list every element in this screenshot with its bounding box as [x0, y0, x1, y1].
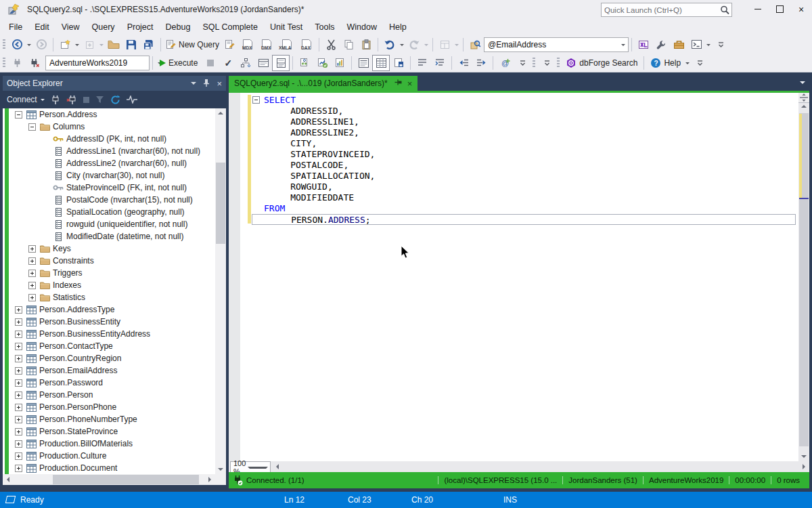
- expand-icon[interactable]: [28, 257, 36, 265]
- menu-item-help[interactable]: Help: [383, 19, 413, 35]
- code-line-8[interactable]: SPATIALLOCATION,: [252, 171, 796, 182]
- toolbar-overflow-a[interactable]: [514, 55, 531, 71]
- tree-item-postalcode[interactable]: PostalCode (nvarchar(15), not null): [14, 194, 215, 206]
- cut-button[interactable]: [322, 37, 340, 53]
- maximize-button[interactable]: [769, 0, 790, 18]
- add-item-button[interactable]: [81, 37, 98, 53]
- tree-item-person-personphone[interactable]: Person.PersonPhone: [14, 401, 215, 413]
- tree-item-person-emailaddress[interactable]: Person.EmailAddress: [14, 364, 215, 377]
- tree-item-production-document[interactable]: Production.Document: [14, 462, 215, 474]
- indicator-margin[interactable]: [229, 93, 240, 461]
- tree-item-person-password[interactable]: Person.Password: [14, 377, 215, 389]
- fold-collapse-icon[interactable]: [252, 96, 260, 104]
- dbforge-search-button[interactable]: dbForge Search: [562, 55, 641, 71]
- tree-item-city[interactable]: City (nvarchar(30), not null): [14, 169, 215, 182]
- query-designer-button[interactable]: [436, 37, 453, 53]
- execute-button[interactable]: Execute: [156, 55, 202, 71]
- object-explorer-tree[interactable]: Person.AddressColumnsAddressID (PK, int,…: [3, 108, 226, 474]
- menu-item-window[interactable]: Window: [341, 19, 383, 35]
- expand-icon[interactable]: [15, 355, 22, 362]
- menu-item-file[interactable]: File: [3, 19, 28, 35]
- tree-hscroll-thumb[interactable]: [53, 475, 199, 484]
- live-statistics-button[interactable]: [313, 55, 331, 71]
- tree-item-person-businessentity[interactable]: Person.BusinessEntity: [14, 316, 215, 328]
- expand-icon[interactable]: [15, 306, 22, 314]
- scroll-down-icon[interactable]: [218, 468, 223, 471]
- panel-close-icon[interactable]: ×: [217, 79, 222, 89]
- undo-button[interactable]: [381, 37, 399, 53]
- expand-icon[interactable]: [28, 245, 36, 253]
- editor-splitter-handle[interactable]: [798, 93, 809, 103]
- expand-icon[interactable]: [15, 428, 22, 436]
- expand-icon[interactable]: [28, 282, 36, 289]
- tab-close-icon[interactable]: ×: [407, 79, 413, 89]
- minimize-button[interactable]: [747, 0, 769, 18]
- tree-item-person-contacttype[interactable]: Person.ContactType: [14, 340, 215, 352]
- quick-launch-box[interactable]: [601, 3, 732, 17]
- toolbox-button[interactable]: [670, 37, 687, 53]
- expand-icon[interactable]: [15, 465, 22, 472]
- tree-item-person-businessentityaddress[interactable]: Person.BusinessEntityAddress: [14, 328, 215, 340]
- quick-launch-input[interactable]: [602, 6, 719, 14]
- expand-icon[interactable]: [15, 452, 22, 460]
- email-combo-dropdown[interactable]: [618, 38, 628, 51]
- search-icon[interactable]: [719, 5, 731, 16]
- code-line-5[interactable]: CITY,: [252, 138, 796, 149]
- new-parameter-button[interactable]: @: [496, 55, 514, 71]
- sql-document-tab[interactable]: SQLQuery2.sql - .\...019 (JordanSanders)…: [229, 76, 418, 91]
- expand-icon[interactable]: [15, 343, 22, 350]
- tree-item-person-stateprovince[interactable]: Person.StateProvince: [14, 425, 215, 438]
- tree-item-rowguid[interactable]: rowguid (uniqueidentifier, not null): [14, 218, 215, 230]
- window-dropdown[interactable]: [706, 44, 710, 48]
- code-line-6[interactable]: STATEPROVINCEID,: [252, 149, 796, 160]
- expand-icon[interactable]: [28, 270, 36, 277]
- expand-icon[interactable]: [28, 294, 36, 301]
- paste-button[interactable]: [357, 37, 375, 53]
- code-line-2[interactable]: ADDRESSID,: [252, 106, 796, 117]
- tree-scroll-thumb[interactable]: [216, 163, 225, 244]
- showplan-button[interactable]: [237, 55, 254, 71]
- oe-stop-icon[interactable]: [83, 97, 89, 103]
- menu-item-debug[interactable]: Debug: [160, 19, 197, 35]
- tree-item-addressline2[interactable]: AddressLine2 (nvarchar(60), null): [14, 157, 215, 169]
- navigate-forward-button[interactable]: [32, 37, 50, 53]
- new-query-button[interactable]: New Query: [164, 37, 221, 53]
- dmx-query-button[interactable]: DMX: [258, 38, 275, 51]
- properties-wrench-button[interactable]: [652, 37, 670, 53]
- tree-horizontal-scrollbar[interactable]: [3, 474, 226, 485]
- expand-icon[interactable]: [15, 379, 22, 387]
- toolbar-grip-4[interactable]: [557, 58, 560, 68]
- tree-item-person-countryregion[interactable]: Person.CountryRegion: [14, 352, 215, 364]
- undo-dropdown[interactable]: [400, 44, 404, 48]
- menu-item-sql-complete[interactable]: SQL Complete: [196, 19, 264, 35]
- tree-item-stateprovinceid[interactable]: StateProvinceID (FK, int, not null): [14, 182, 215, 194]
- scroll-up-icon[interactable]: [218, 112, 223, 114]
- collapse-icon[interactable]: [28, 123, 36, 131]
- decrease-indent-button[interactable]: [455, 55, 472, 71]
- toolbar2-overflow[interactable]: [691, 55, 708, 71]
- scroll-right-icon[interactable]: [208, 477, 211, 482]
- tree-item-person-address[interactable]: Person.Address: [14, 108, 215, 121]
- code-line-12[interactable]: PERSON.ADDRESS;: [252, 214, 796, 225]
- new-analysis-query-button[interactable]: [221, 37, 238, 53]
- tree-item-columns[interactable]: Columns: [14, 121, 215, 133]
- expand-icon[interactable]: [15, 404, 22, 411]
- comment-button[interactable]: [413, 55, 431, 71]
- tree-item-modifieddate[interactable]: ModifiedDate (datetime, not null): [14, 230, 215, 242]
- mdx-query-button[interactable]: MDX: [239, 38, 256, 51]
- scroll-left-icon[interactable]: [7, 477, 9, 482]
- menu-item-unit-test[interactable]: Unit Test: [264, 19, 309, 35]
- navigate-back-button[interactable]: [8, 37, 26, 53]
- template-parameters-button[interactable]: [466, 37, 484, 53]
- tab-list-chevron-icon[interactable]: [800, 81, 805, 87]
- parse-button[interactable]: ✓: [219, 55, 237, 71]
- command-window-button[interactable]: [687, 37, 705, 53]
- dax-query-button[interactable]: DAX: [298, 38, 315, 51]
- code-line-10[interactable]: MODIFIEDDATE: [252, 192, 796, 203]
- menu-item-view[interactable]: View: [55, 19, 86, 35]
- editor-zoom-selector[interactable]: 100 %: [230, 461, 271, 473]
- sql-editor[interactable]: SELECT ADDRESSID, ADDRESSLINE1, ADDRESSL…: [229, 93, 809, 461]
- editor-vertical-scrollbar[interactable]: [798, 93, 809, 461]
- results-to-text-button[interactable]: [355, 55, 372, 71]
- expand-icon[interactable]: [15, 440, 22, 448]
